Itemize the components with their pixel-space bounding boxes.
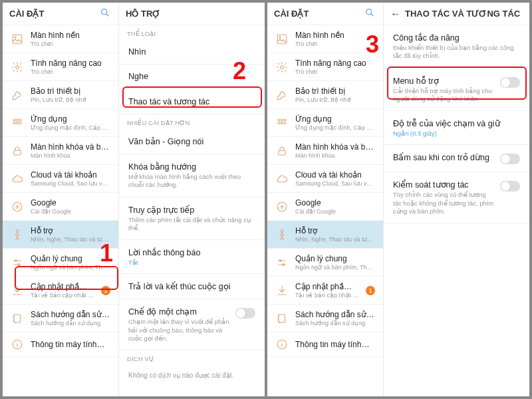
support-panel: HỖ TRỢ THỂ LOẠINhìnNgheThao tác và tương…: [119, 3, 265, 396]
settings-item-label: Quản lý chung: [31, 254, 110, 263]
book-icon: [275, 312, 289, 325]
svg-point-3: [15, 36, 16, 37]
settings-item-text: Bảo trì thiết bịPin, Lưu trữ, Bộ nhớ: [295, 86, 375, 103]
support-item[interactable]: Trả lời và kết thúc cuộc gọi: [119, 274, 265, 299]
settings-item[interactable]: Màn hình khóa và b…Màn hình khóa: [3, 137, 118, 165]
settings-item-text: Thông tin máy tính…: [295, 340, 375, 349]
settings-item[interactable]: Tính năng nâng caoTrò chơi: [267, 53, 383, 81]
settings-item[interactable]: Quản lý chungNgôn ngữ và bàn phím, Thờ…: [3, 249, 118, 277]
support-item[interactable]: Thao tác và tương tác: [119, 89, 265, 114]
support-item[interactable]: Nhìn: [119, 40, 265, 65]
settings-item[interactable]: Cloud và tài khoảnSamsung Cloud, Sao lưu…: [3, 165, 118, 193]
support-item[interactable]: Khóa bằng hướngMở khóa màn hình bằng các…: [119, 154, 265, 198]
search-icon[interactable]: [363, 7, 376, 20]
settings-panel: CÀI ĐẶT Màn hình nềnTrò chơiTính năng nâ…: [3, 3, 119, 396]
interaction-item[interactable]: Công tắc đa năngĐiều khiển thiết bị của …: [384, 25, 529, 68]
settings-item[interactable]: Hỗ trợNhìn, Nghe, Thao tác và tươ…: [267, 221, 383, 249]
settings-title-2: CÀI ĐẶT: [274, 9, 363, 19]
settings-item[interactable]: Sách hướng dẫn sử…Sách hướng dẫn sử dụng: [267, 305, 383, 332]
screenshot-left: CÀI ĐẶT Màn hình nềnTrò chơiTính năng nâ…: [3, 3, 265, 396]
settings-item[interactable]: GoogleCài đặt Google: [3, 193, 118, 221]
svg-point-17: [366, 9, 372, 15]
settings-item[interactable]: Cập nhật phầ…Tải về bản cập nhật th…1: [3, 277, 118, 305]
settings-item[interactable]: GoogleCài đặt Google: [267, 193, 383, 221]
settings-item-label: Ứng dụng: [295, 114, 375, 124]
settings-item-label: Sách hướng dẫn sử…: [31, 310, 110, 319]
svg-point-22: [278, 119, 280, 121]
settings-item-sub: Ngôn ngữ và bàn phím, Thờ…: [295, 264, 375, 271]
toggle-switch[interactable]: [235, 308, 255, 319]
support-item-label: Nghe: [128, 72, 255, 81]
settings-item[interactable]: Cập nhật phầ…Tải về bản cập nhật th…1: [267, 277, 383, 305]
support-item[interactable]: Nghe: [119, 65, 265, 89]
support-item[interactable]: Truy cập trực tiếpThêm các phím tắt cài …: [119, 198, 265, 241]
interaction-item[interactable]: Kiểm soát tương tácTùy chỉnh các vùng có…: [384, 172, 529, 223]
settings-item-sub: Tải về bản cập nhật th…: [295, 292, 359, 299]
settings-item[interactable]: Bảo trì thiết bịPin, Lưu trữ, Bộ nhớ: [267, 81, 383, 109]
interaction-item[interactable]: Menu hỗ trợCải thiện hỗ trợ máy tính bản…: [384, 68, 529, 112]
support-item-sub: Mở khóa màn hình bằng cách vuốt theo chu…: [128, 173, 255, 190]
settings-item-text: Sách hướng dẫn sử…Sách hướng dẫn sử dụng: [31, 310, 110, 327]
settings-item[interactable]: Thông tin máy tính…: [267, 332, 383, 357]
settings-item-text: Màn hình nềnTrò chơi: [295, 31, 375, 47]
settings-item-label: Google: [295, 198, 375, 207]
interaction-title: THAO TÁC VÀ TƯƠNG TÁC: [405, 9, 523, 19]
interaction-item[interactable]: Độ trễ của việc chạm và giữNgắn (0.5 giâ…: [384, 111, 529, 145]
interaction-header: ← THAO TÁC VÀ TƯƠNG TÁC: [384, 3, 529, 25]
settings-item-label: Tính năng nâng cao: [295, 59, 375, 68]
gear-icon: [275, 61, 289, 74]
settings-item[interactable]: Ứng dụngỨng dụng mặc định, Cấp qu…: [3, 109, 118, 137]
settings-item-sub: Samsung Cloud, Sao lưu v…: [295, 180, 375, 187]
wrench-icon: [11, 88, 24, 102]
settings-item-text: Cloud và tài khoảnSamsung Cloud, Sao lưu…: [295, 170, 375, 187]
settings-item-text: Cập nhật phầ…Tải về bản cập nhật th…: [31, 282, 94, 299]
settings-item[interactable]: Hỗ trợNhìn, Nghe, Thao tác và tươ…: [3, 221, 118, 249]
settings-item[interactable]: Bảo trì thiết bịPin, Lưu trữ, Bộ nhớ: [3, 81, 118, 109]
settings-item[interactable]: Tính năng nâng caoTrò chơi: [3, 53, 118, 81]
settings-item[interactable]: Thông tin máy tính…: [3, 332, 118, 357]
info-icon: [275, 338, 289, 351]
settings-item-label: Thông tin máy tính…: [295, 340, 375, 349]
settings-item-label: Hỗ trợ: [295, 226, 375, 235]
interaction-item-sub: Tùy chỉnh các vùng có thể tương tác hoặc…: [393, 191, 495, 215]
settings-item-text: Màn hình khóa và b…Màn hình khóa: [295, 142, 375, 159]
interaction-item-label: Độ trễ của việc chạm và giữ: [393, 118, 520, 128]
settings-item-sub: Cài đặt Google: [295, 208, 375, 215]
toggle-switch[interactable]: [500, 181, 520, 192]
settings-item-text: Hỗ trợNhìn, Nghe, Thao tác và tươ…: [31, 226, 110, 243]
sliders-icon: [11, 256, 24, 269]
svg-rect-2: [13, 35, 22, 44]
settings-item-sub: Trò chơi: [31, 68, 110, 75]
settings-item-text: Quản lý chungNgôn ngữ và bàn phím, Thờ…: [31, 254, 110, 271]
screenshot-right: CÀI ĐẶT Màn hình nềnTrò chơiTính năng nâ…: [267, 3, 529, 396]
settings-item[interactable]: Quản lý chungNgôn ngữ và bàn phím, Thờ…: [267, 249, 383, 277]
interaction-item-sub: Cải thiện hỗ trợ máy tính bảng cho người…: [393, 87, 495, 104]
svg-point-0: [102, 9, 107, 15]
support-item[interactable]: Chế độ một chạmChạm một lần thay vì vuốt…: [119, 299, 265, 350]
svg-line-1: [106, 14, 108, 16]
interaction-item[interactable]: Bấm sau khi con trỏ dừng: [384, 145, 529, 172]
toggle-switch[interactable]: [500, 154, 520, 164]
google-icon: [11, 200, 24, 213]
support-item-label: Lời nhắc thông báo: [128, 247, 255, 257]
settings-item[interactable]: Màn hình nềnTrò chơi: [267, 25, 383, 53]
support-item-state: Tắt: [128, 259, 255, 266]
svg-point-24: [284, 119, 286, 121]
svg-point-13: [16, 229, 19, 232]
grid-icon: [275, 116, 289, 130]
settings-item[interactable]: Sách hướng dẫn sử…Sách hướng dẫn sử dụng: [3, 305, 118, 332]
settings-item[interactable]: Màn hình nềnTrò chơi: [3, 25, 118, 53]
settings-item[interactable]: Màn hình khóa và b…Màn hình khóa: [267, 137, 383, 165]
support-item[interactable]: Lời nhắc thông báoTắt: [119, 240, 265, 274]
settings-item[interactable]: Ứng dụngỨng dụng mặc định, Cấp qu…: [267, 109, 383, 137]
search-icon[interactable]: [98, 7, 112, 20]
back-icon[interactable]: ←: [390, 9, 401, 19]
svg-point-30: [281, 229, 283, 232]
settings-item[interactable]: Cloud và tài khoảnSamsung Cloud, Sao lưu…: [267, 165, 383, 193]
svg-line-18: [371, 14, 373, 16]
wrench-icon: [275, 88, 289, 102]
settings-item-sub: Trò chơi: [295, 41, 375, 47]
support-item[interactable]: Văn bản - Giọng nói: [119, 129, 265, 154]
settings-item-text: Tính năng nâng caoTrò chơi: [295, 59, 375, 75]
toggle-switch[interactable]: [500, 77, 520, 88]
